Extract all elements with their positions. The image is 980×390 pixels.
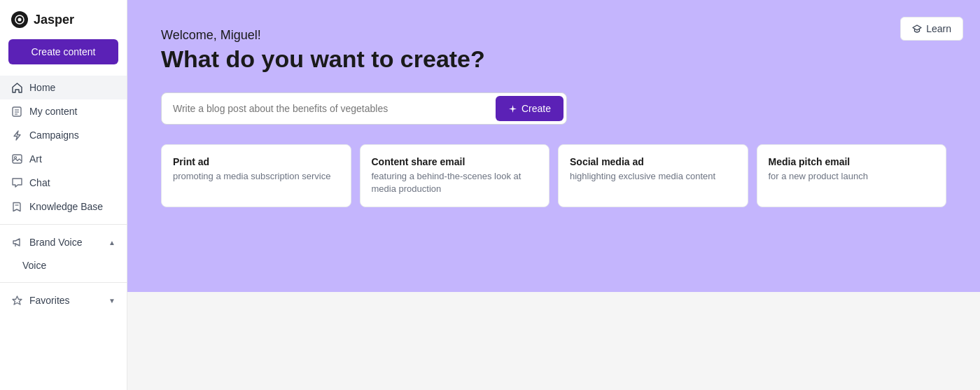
- logo-area: Jasper: [0, 11, 127, 39]
- search-create-button[interactable]: Create: [496, 96, 564, 121]
- nav-list: Home My content Campaigns: [0, 76, 127, 218]
- favorites-label: Favorites: [29, 295, 70, 306]
- suggestion-title-social-media-ad: Social media ad: [570, 156, 736, 167]
- sidebar-item-chat-label: Chat: [29, 177, 50, 188]
- suggestion-card-print-ad[interactable]: Print ad promoting a media subscription …: [161, 144, 351, 207]
- search-create-button-label: Create: [522, 103, 551, 114]
- favorites-section: Favorites ▼: [0, 282, 127, 312]
- suggestion-desc-content-share-email: featuring a behind-the-scenes look at me…: [372, 170, 538, 195]
- sidebar-item-knowledge-base[interactable]: Knowledge Base: [0, 195, 127, 218]
- suggestion-desc-media-pitch-email: for a new product launch: [769, 170, 935, 183]
- create-content-button[interactable]: Create content: [8, 39, 118, 64]
- brand-voice-label: Brand Voice: [29, 237, 83, 248]
- home-icon: [11, 82, 22, 93]
- sidebar-item-voice-label: Voice: [22, 260, 46, 271]
- search-bar: Create: [161, 92, 567, 125]
- suggestion-desc-social-media-ad: highlighting exclusive media content: [570, 170, 736, 183]
- sidebar-item-home-label: Home: [29, 82, 55, 93]
- hero-section: Learn Welcome, Miguel! What do you want …: [127, 0, 980, 292]
- svg-point-1: [18, 18, 22, 22]
- favorites-chevron: ▼: [108, 297, 115, 305]
- sidebar-item-chat[interactable]: Chat: [0, 171, 127, 195]
- star-icon: [11, 295, 22, 306]
- suggestion-title-media-pitch-email: Media pitch email: [769, 156, 935, 167]
- lightning-icon: [11, 130, 22, 141]
- suggestion-desc-print-ad: promoting a media subscription service: [173, 170, 340, 183]
- sidebar-item-voice[interactable]: Voice: [0, 254, 127, 277]
- search-input[interactable]: [173, 103, 496, 114]
- favorites-header[interactable]: Favorites ▼: [0, 288, 127, 312]
- logo-text: Jasper: [34, 13, 74, 27]
- sidebar-item-home[interactable]: Home: [0, 76, 127, 99]
- sparkle-icon: [508, 104, 517, 113]
- brand-voice-chevron: ▲: [108, 239, 115, 246]
- graduation-icon: [912, 24, 922, 34]
- image-icon: [11, 153, 22, 165]
- svg-rect-6: [13, 155, 22, 163]
- sidebar-item-campaigns-label: Campaigns: [29, 130, 79, 141]
- sidebar-item-my-content-label: My content: [29, 106, 77, 117]
- suggestions-list: Print ad promoting a media subscription …: [161, 144, 946, 207]
- learn-button[interactable]: Learn: [900, 17, 963, 41]
- book-icon: [11, 201, 22, 212]
- brand-voice-section: Brand Voice ▲ Voice: [0, 224, 127, 277]
- suggestion-card-media-pitch-email[interactable]: Media pitch email for a new product laun…: [757, 144, 947, 207]
- file-icon: [11, 106, 22, 117]
- sidebar-item-art[interactable]: Art: [0, 147, 127, 171]
- sidebar-item-my-content[interactable]: My content: [0, 99, 127, 123]
- below-hero-area: [127, 292, 980, 390]
- welcome-title: What do you want to create?: [161, 46, 946, 73]
- sidebar-item-art-label: Art: [29, 153, 42, 165]
- sidebar-item-knowledge-base-label: Knowledge Base: [29, 201, 103, 212]
- learn-button-label: Learn: [926, 23, 951, 34]
- suggestion-title-print-ad: Print ad: [173, 156, 340, 167]
- sidebar: Jasper Create content Home My content: [0, 0, 127, 390]
- jasper-logo-icon: [11, 11, 28, 28]
- suggestion-card-social-media-ad[interactable]: Social media ad highlighting exclusive m…: [558, 144, 748, 207]
- sidebar-item-campaigns[interactable]: Campaigns: [0, 123, 127, 147]
- welcome-sub: Welcome, Miguel!: [161, 28, 946, 43]
- suggestion-title-content-share-email: Content share email: [372, 156, 538, 167]
- brand-voice-header[interactable]: Brand Voice ▲: [0, 230, 127, 254]
- main-content: Learn Welcome, Miguel! What do you want …: [127, 0, 980, 390]
- suggestion-card-content-share-email[interactable]: Content share email featuring a behind-t…: [360, 144, 550, 207]
- megaphone-icon: [11, 237, 22, 248]
- chat-icon: [11, 177, 22, 188]
